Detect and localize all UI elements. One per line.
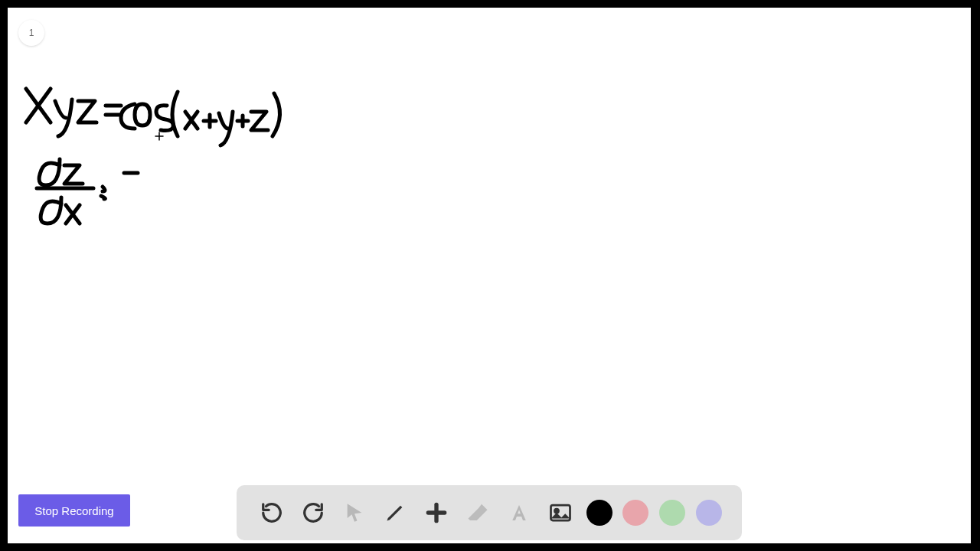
toolbar <box>237 485 742 540</box>
text-icon <box>508 501 531 524</box>
undo-button[interactable] <box>256 497 287 528</box>
stop-recording-label: Stop Recording <box>34 504 113 517</box>
color-swatch-black[interactable] <box>586 500 612 526</box>
eraser-button[interactable] <box>462 497 493 528</box>
letterbox-left <box>0 0 8 551</box>
pencil-icon <box>384 502 406 523</box>
color-swatch-pink[interactable] <box>622 500 648 526</box>
color-swatch-green[interactable] <box>659 500 685 526</box>
plus-icon <box>424 500 449 525</box>
eraser-icon <box>466 501 489 524</box>
letterbox-right <box>971 0 980 551</box>
color-swatch-purple[interactable] <box>696 500 722 526</box>
text-button[interactable] <box>504 497 534 528</box>
redo-icon <box>302 501 325 524</box>
plus-button[interactable] <box>421 497 452 528</box>
undo-icon <box>260 501 283 524</box>
redo-button[interactable] <box>298 497 328 528</box>
image-button[interactable] <box>545 497 576 528</box>
pointer-icon <box>344 502 365 523</box>
stop-recording-button[interactable]: Stop Recording <box>18 494 130 527</box>
pencil-button[interactable] <box>380 497 410 528</box>
svg-point-3 <box>554 509 558 513</box>
handwriting-layer <box>8 8 544 253</box>
image-icon <box>548 501 573 524</box>
whiteboard-canvas[interactable]: 1 <box>8 8 971 543</box>
pointer-button[interactable] <box>339 497 370 528</box>
letterbox-top <box>0 0 980 8</box>
letterbox-bottom <box>0 543 980 551</box>
